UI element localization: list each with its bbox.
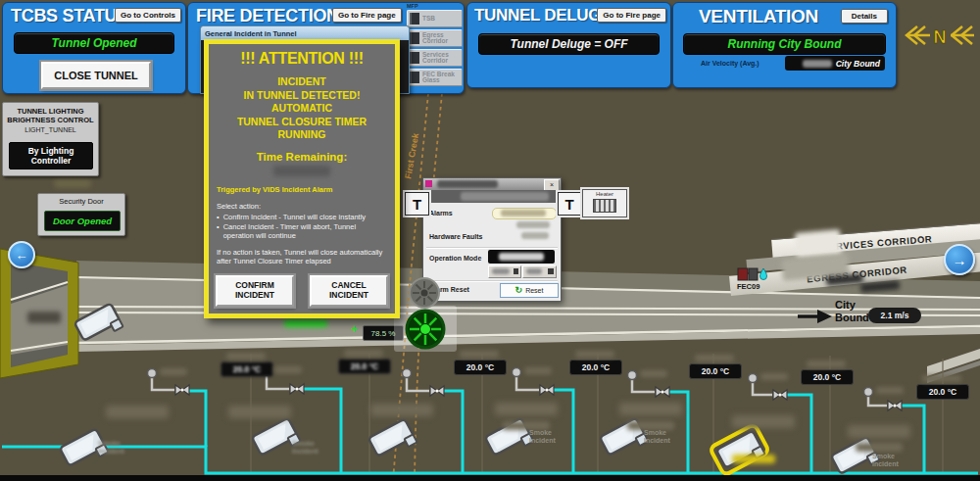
blurred-label [27, 312, 61, 323]
blurred-value [521, 232, 549, 239]
ventilation-title: VENTILATION [699, 6, 818, 27]
attention-line: IN TUNNEL DETECTED! [209, 89, 395, 103]
blurred-label [492, 268, 510, 274]
go-to-fire-page-button[interactable]: Go to Fire page [597, 8, 666, 23]
blurred-value [499, 253, 544, 261]
close-tunnel-button[interactable]: CLOSE TUNNEL [41, 62, 151, 89]
select-action-label: Select action: [217, 202, 389, 211]
go-to-controls-button[interactable]: Go to Controls [115, 8, 181, 23]
zone-name-blurred [106, 406, 169, 418]
cancel-incident-button[interactable]: CANCEL INCIDENT [310, 275, 388, 307]
go-to-fire-page-button[interactable]: Go to Fire page [332, 8, 402, 23]
alarm-dialog-subbar [423, 190, 561, 203]
blurred-label [526, 268, 542, 274]
prev-section-button[interactable]: ← [8, 241, 35, 268]
zone-name-blurred [228, 406, 291, 418]
selected-camera-label-blurred [732, 455, 775, 463]
tunnel-status-bar: Tunnel Opened [14, 32, 174, 54]
attention-title: !!! ATTENTION !!! [209, 50, 395, 68]
smoke-incident-label: SmokeIncident [872, 453, 899, 468]
app-icon [425, 180, 432, 187]
security-door-title: Security Door [38, 197, 124, 206]
bullet-confirm: Confirm Incident - Tunnel will close ins… [223, 213, 366, 221]
mode-button-2[interactable] [522, 265, 557, 278]
blurred-value [501, 210, 546, 216]
deluge-title: TUNNEL DELUGE [474, 6, 612, 25]
zone-temperature: 20.0 °C [569, 360, 622, 375]
ventilation-panel: VENTILATION Details Running City Bound A… [672, 2, 897, 88]
lighting-title-line1: TUNNEL LIGHTING [3, 107, 98, 116]
heater-button[interactable]: Heater [582, 189, 627, 217]
alarms-value-box [492, 208, 557, 219]
mode-icon [514, 268, 518, 274]
first-creek-label: First Creek [403, 131, 420, 179]
blurred-value [803, 60, 832, 68]
attention-line: TUNNEL CLOSURE TIMER [209, 116, 395, 129]
smoke-incident-label: SmokeIncident [98, 440, 124, 456]
attention-line: AUTOMATIC [209, 102, 395, 116]
tunnel-scada-screen: SERVICES CORRIDOR EGRESS CORRIDOR First … [0, 0, 980, 481]
reset-button[interactable]: ↻ Reset [500, 283, 559, 298]
zone-temperature: 20.0 °C [338, 359, 391, 374]
t-marker[interactable]: T [558, 192, 581, 216]
zone-temperature: 20.0 °C [801, 369, 854, 385]
lighting-tag: LIGHT_TUNNEL [3, 126, 98, 133]
arrow-left-icon: ← [16, 248, 28, 263]
mode-icon [548, 268, 554, 274]
blurred-text [461, 192, 549, 201]
reset-icon: ↻ [515, 286, 523, 295]
zone-name-blurred [732, 415, 795, 428]
fec-cabinet-icon[interactable] [738, 268, 767, 280]
zone-name-blurred [370, 404, 433, 416]
blurred-label [274, 366, 302, 373]
tunnel-lighting-panel: TUNNEL LIGHTING BRIGHTNESS CONTROL LIGHT… [2, 102, 99, 176]
blurred-label [575, 351, 614, 358]
mfp-label: MFP [407, 3, 418, 9]
mfp-button-egress-corridor[interactable]: Egress Corridor [407, 29, 463, 47]
air-velocity-value-box: City Bound [785, 56, 885, 71]
mfp-icon [410, 72, 419, 83]
cctv-camera[interactable] [74, 304, 123, 347]
operation-mode-label: Operation Mode [429, 255, 481, 262]
attention-dialog: !!! ATTENTION !!! INCIDENT IN TUNNEL DET… [204, 39, 400, 318]
attention-line: INCIDENT [209, 75, 395, 89]
tunnel-deluge-panel: TUNNEL DELUGE Go to Fire page Tunnel Del… [466, 2, 671, 88]
heater-icon [593, 199, 616, 213]
city-bound-label: CityBound [835, 299, 869, 324]
deluge-status-bar: Tunnel Deluge = OFF [478, 33, 660, 55]
alarms-label: Alarms [429, 210, 453, 216]
blurred-green-indicator [284, 319, 327, 327]
t-marker[interactable]: T [405, 192, 429, 216]
blurred-label [807, 361, 846, 367]
arrow-right-icon: → [953, 252, 967, 268]
incident-window-titlebar[interactable]: General Incident in Tunnel [201, 26, 409, 40]
blurred-label [54, 179, 91, 188]
blurred-label [695, 355, 734, 361]
blurred-label [922, 375, 961, 382]
blurred-label [640, 370, 667, 377]
zone-temperature: 20.0 °C [689, 363, 742, 379]
mfp-button-services-corridor[interactable]: Services Corridor [407, 49, 463, 67]
incident-window-title: General Incident in Tunnel [205, 29, 297, 38]
mfp-button-fec-break-glass[interactable]: FEC Break Glass [407, 69, 463, 86]
blurred-label [876, 387, 904, 394]
lighting-mode-box[interactable]: By Lighting Controller [9, 142, 93, 169]
ventilation-details-button[interactable]: Details [841, 9, 888, 24]
cctv-camera[interactable] [368, 419, 417, 462]
blurred-label [524, 367, 552, 374]
ventilation-status-bar: Running City Bound [683, 33, 886, 55]
alarm-dialog-titlebar: × [423, 178, 561, 190]
tcbs-status-panel: TCBS STATUS Go to Controls Tunnel Opened… [2, 2, 186, 94]
mode-button-1[interactable] [488, 265, 521, 278]
zone-temperature: 20.0 °C [454, 360, 507, 375]
blurred-label [344, 350, 383, 357]
alarm-reset-label: Alarm Reset [429, 286, 469, 293]
fec09-label: FEC09 [737, 282, 760, 291]
deluge-pipes [2, 389, 978, 473]
confirm-incident-button[interactable]: CONFIRM INCIDENT [216, 275, 294, 307]
mfp-button-tsb[interactable]: TSB [407, 10, 463, 27]
next-section-button[interactable]: → [944, 244, 975, 275]
hardware-faults-label: Hardware Faults [429, 233, 482, 240]
compass-n-label: N [934, 27, 947, 47]
cctv-camera-selected[interactable] [710, 424, 769, 476]
